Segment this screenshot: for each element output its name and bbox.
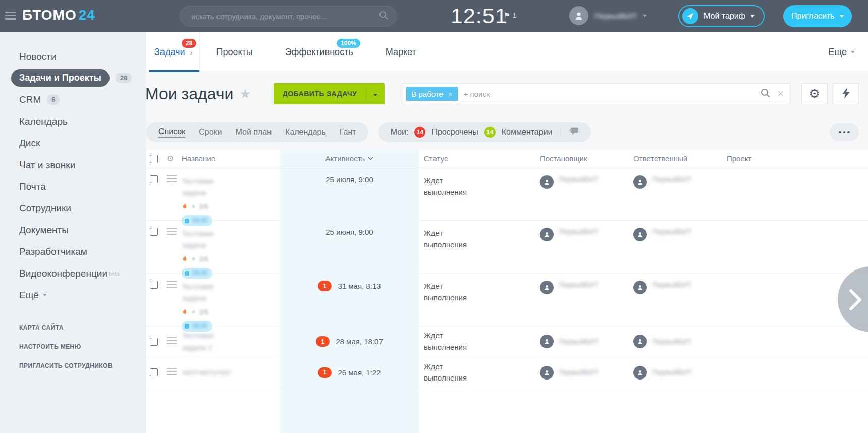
comments-count-badge[interactable]: 14 xyxy=(484,127,496,138)
author-name[interactable]: ПервыйБИТ xyxy=(559,368,599,376)
select-all-checkbox[interactable] xyxy=(150,155,158,163)
row-checkbox[interactable] xyxy=(150,281,158,289)
table-row[interactable]: чаптчаптучгрт 1 26 мая, 1:22 Ждет выполн… xyxy=(146,357,868,388)
author-name[interactable]: ПервыйБИТ xyxy=(559,338,599,346)
notifications[interactable]: ⚑ 1 xyxy=(504,11,516,19)
sidebar-item-mail[interactable]: Почта xyxy=(0,176,146,197)
author-avatar[interactable] xyxy=(540,281,554,294)
filter-search-input[interactable] xyxy=(464,90,761,98)
sidebar-item-tasks-projects[interactable]: Задачи и Проекты 28 xyxy=(0,67,146,89)
col-assignee[interactable]: Ответственный xyxy=(628,150,722,168)
author-avatar[interactable] xyxy=(540,175,554,189)
assignee-avatar[interactable] xyxy=(633,228,647,241)
my-tariff-button[interactable]: Мой тариф xyxy=(678,5,765,27)
sidebar-item-chat-calls[interactable]: Чат и звонки xyxy=(0,154,146,176)
hamburger-menu-icon[interactable] xyxy=(5,12,16,22)
col-activity[interactable]: Активность xyxy=(280,150,419,168)
assignee-avatar[interactable] xyxy=(633,175,647,189)
assignee-name[interactable]: ПервыйБИТ xyxy=(652,175,692,183)
settings-button[interactable]: ⚙ xyxy=(801,83,828,104)
assignee-name[interactable]: ПервыйБИТ xyxy=(652,281,692,289)
row-checkbox[interactable] xyxy=(150,338,158,346)
author-name[interactable]: ПервыйБИТ xyxy=(559,175,599,183)
view-list[interactable]: Список xyxy=(158,127,185,138)
table-row[interactable]: Тестовая задача ★ 2/5 09:00 25 июля, 9:0… xyxy=(146,168,868,221)
table-row[interactable]: Тестовая задача 2 1 28 мая, 18:07 Ждет в… xyxy=(146,326,868,357)
table-row[interactable]: Тестовая задача ★ 2/5 09:00 25 июня, 9:0… xyxy=(146,221,868,274)
robots-button[interactable] xyxy=(833,83,859,104)
view-deadlines[interactable]: Сроки xyxy=(199,128,222,137)
assignee-name[interactable]: ПервыйБИТ xyxy=(652,338,692,346)
sidebar-item-developers[interactable]: Разработчикам xyxy=(0,241,146,262)
overdue-label[interactable]: Просрочены xyxy=(431,128,478,137)
col-project[interactable]: Проект xyxy=(722,150,868,168)
configure-menu-link[interactable]: НАСТРОИТЬ МЕНЮ xyxy=(0,337,146,356)
sidebar-item-calendar[interactable]: Календарь xyxy=(0,111,146,132)
sidebar-item-news[interactable]: Новости xyxy=(0,45,146,67)
task-name[interactable]: Тестовая задача xyxy=(182,281,230,304)
comments-label[interactable]: Комментарии xyxy=(502,128,553,137)
assignee-avatar[interactable] xyxy=(633,281,647,294)
sitemap-link[interactable]: КАРТА САЙТА xyxy=(0,318,146,337)
author-avatar[interactable] xyxy=(540,228,554,241)
chat-counter-icon[interactable] xyxy=(569,127,579,138)
sidebar-item-crm[interactable]: CRM 6 xyxy=(0,89,146,111)
tab-projects[interactable]: Проекты xyxy=(200,32,268,72)
row-checkbox[interactable] xyxy=(150,228,158,236)
user-menu[interactable]: ПервыйБИТ xyxy=(569,6,647,25)
filter-bar[interactable]: В работе × × xyxy=(402,83,790,104)
assignee-name[interactable]: ПервыйБИТ xyxy=(652,368,692,376)
filter-clear-icon[interactable]: × xyxy=(777,88,784,99)
tabs-more[interactable]: Еще xyxy=(828,32,868,72)
task-name[interactable]: Тестовая задача xyxy=(182,228,230,251)
author-name[interactable]: ПервыйБИТ xyxy=(559,228,599,236)
global-search[interactable] xyxy=(180,6,397,27)
sidebar-item-documents[interactable]: Документы xyxy=(0,219,146,241)
sidebar-item-employees[interactable]: Сотрудники xyxy=(0,197,146,219)
col-name[interactable]: Название xyxy=(182,150,280,168)
gear-icon[interactable]: ⚙ xyxy=(167,154,174,164)
rating-star-icon: ★ xyxy=(191,203,196,210)
row-checkbox[interactable] xyxy=(150,368,158,376)
table-row[interactable]: Тестовая задача ★ 2/5 09:00 1 31 мая, 8:… xyxy=(146,274,868,326)
invite-button[interactable]: Пригласить xyxy=(783,5,852,27)
add-task-button[interactable]: ДОБАВИТЬ ЗАДАЧУ xyxy=(274,83,385,104)
task-name[interactable]: Тестовая задача 2 xyxy=(182,330,230,353)
clock[interactable]: 12:51 xyxy=(451,4,508,28)
author-avatar[interactable] xyxy=(540,335,554,348)
row-menu-icon[interactable] xyxy=(167,221,182,279)
task-name[interactable]: чаптчаптучгрт xyxy=(182,366,231,378)
tab-market[interactable]: Маркет xyxy=(369,32,432,72)
favorite-star-icon[interactable]: ★ xyxy=(239,86,251,102)
row-checkbox[interactable] xyxy=(150,175,158,183)
overdue-count-badge[interactable]: 14 xyxy=(414,127,425,138)
author-name[interactable]: ПервыйБИТ xyxy=(559,281,599,289)
sidebar-item-disk[interactable]: Диск xyxy=(0,132,146,154)
row-menu-icon[interactable] xyxy=(167,274,182,332)
col-author[interactable]: Постановщик xyxy=(535,150,628,168)
col-status[interactable]: Статус xyxy=(419,150,535,168)
view-calendar[interactable]: Календарь xyxy=(285,128,326,137)
tab-tasks[interactable]: Задачи › 28 xyxy=(149,32,200,72)
author-avatar[interactable] xyxy=(540,366,554,380)
more-options-button[interactable] xyxy=(830,123,859,141)
add-task-dropdown[interactable] xyxy=(366,90,385,98)
view-gantt[interactable]: Гант xyxy=(340,128,356,137)
tab-efficiency[interactable]: Эффективность 100% xyxy=(269,32,369,72)
assignee-name[interactable]: ПервыйБИТ xyxy=(652,228,692,236)
global-search-input[interactable] xyxy=(191,12,379,21)
view-my-plan[interactable]: Мой план xyxy=(236,128,272,137)
task-name[interactable]: Тестовая задача xyxy=(182,175,230,199)
assignee-avatar[interactable] xyxy=(633,366,647,380)
sidebar-item-more[interactable]: Ещё xyxy=(0,284,146,306)
filter-search-icon[interactable] xyxy=(761,88,770,100)
assignee-avatar[interactable] xyxy=(633,335,647,348)
chip-close-icon[interactable]: × xyxy=(448,90,453,98)
app-logo[interactable]: БТОМО24 xyxy=(22,7,95,23)
row-menu-icon[interactable] xyxy=(167,168,182,226)
row-menu-icon[interactable] xyxy=(167,357,182,388)
sidebar-item-videoconference[interactable]: Видеоконференцииbeta xyxy=(0,262,146,284)
row-menu-icon[interactable] xyxy=(167,326,182,357)
invite-employees-link[interactable]: ПРИГЛАСИТЬ СОТРУДНИКОВ xyxy=(0,356,146,375)
filter-chip-in-progress[interactable]: В работе × xyxy=(406,87,457,101)
